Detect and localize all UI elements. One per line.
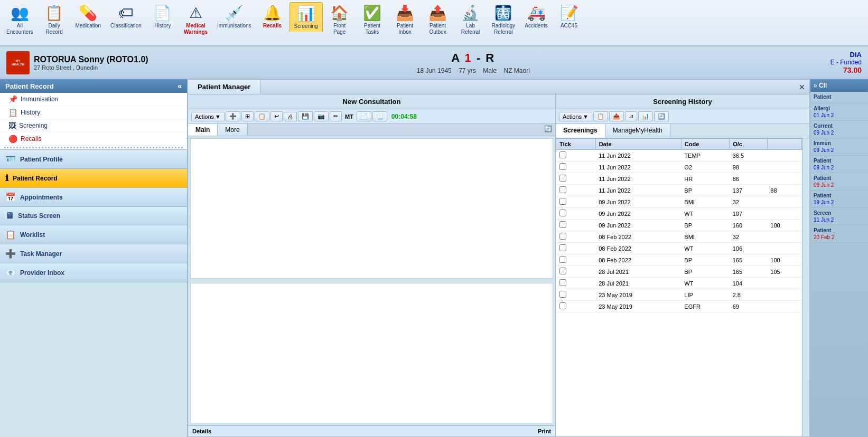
toolbar-item-medication[interactable]: 💊Medication [71,2,105,31]
toolbar-item-screening[interactable]: 📊Screening [290,2,323,32]
actions-dropdown-button[interactable]: Actions ▼ [191,112,225,121]
tree-item-immunisation[interactable]: 📌 Immunisation [0,93,187,106]
cell-tick[interactable] [556,208,596,220]
table-row[interactable]: 08 Feb 2022 BP 165 100 [556,254,802,266]
nc-text-area-top[interactable] [190,138,553,279]
rp-value[interactable]: 09 Jun 2 [814,147,865,153]
table-row[interactable]: 08 Feb 2022 BMI 32 [556,231,802,243]
nc-save-button[interactable]: 💾 [298,111,313,121]
nav-item-appointments[interactable]: 📅 Appointments [0,188,187,207]
table-row[interactable]: 23 May 2019 LIP 2.8 [556,289,802,301]
cell-tick[interactable] [556,173,596,185]
rp-value[interactable]: 11 Jun 2 [814,217,865,223]
table-row[interactable]: 08 Feb 2022 WT 106 [556,243,802,254]
nc-add-button[interactable]: ➕ [226,111,240,121]
table-row[interactable]: 09 Jun 2022 BMI 32 [556,196,802,208]
sh-tab-managemyhealth[interactable]: ManageMyHealth [605,124,670,138]
toolbar-item-patient-tasks[interactable]: ✅PatientTasks [357,2,388,37]
nc-copy-button[interactable]: 📋 [255,111,269,121]
toolbar-item-radiology-referral[interactable]: 🩻RadiologyReferral [488,2,519,37]
sh-chart-button[interactable]: 📊 [638,111,653,121]
table-row[interactable]: 11 Jun 2022 O2 98 [556,162,802,173]
table-row[interactable]: 09 Jun 2022 BP 160 100 [556,220,802,231]
nc-tab-more[interactable]: More [218,124,247,136]
rp-value[interactable]: 19 Jun 2 [814,200,865,205]
tree-item-history[interactable]: 📋 History [0,106,187,119]
nc-doc-button[interactable]: 📃 [372,111,387,121]
toolbar-item-all-encounters[interactable]: 👥AllEncounters [2,2,38,37]
cell-tick[interactable] [556,196,596,208]
toolbar-item-patient-outbox[interactable]: 📤PatientOutbox [422,2,454,37]
table-row[interactable]: 11 Jun 2022 BP 137 88 [556,185,802,196]
toolbar-item-immunisations[interactable]: 💉Immunisations [213,2,255,31]
toolbar-item-acc45[interactable]: 📝ACC45 [553,2,585,31]
tree-item-recalls[interactable]: 🔴 Recalls [0,132,187,146]
tree-icon: 📋 [8,108,17,117]
sh-filter-button[interactable]: ⊿ [625,111,637,121]
patient-manager-tab[interactable]: Patient Manager [188,80,260,94]
nav-item-task-manager[interactable]: ➕ Task Manager [0,244,187,263]
sh-actions-dropdown-button[interactable]: Actions ▼ [559,112,592,121]
nav-item-patient-record[interactable]: ℹ Patient Record [0,169,187,188]
table-row[interactable]: 23 May 2019 EGFR 69 [556,301,802,312]
toolbar-item-medical-warnings[interactable]: ⚠MedicalWarnings [180,2,212,37]
tree-item-screening[interactable]: 🖼 Screening [0,119,187,132]
cell-tick[interactable] [556,266,596,278]
cell-tick[interactable] [556,289,596,301]
table-row[interactable]: 28 Jul 2021 WT 104 [556,278,802,289]
rp-value[interactable]: 20 Feb 2 [814,234,865,240]
cell-code: BP [681,266,729,278]
table-row[interactable]: 09 Jun 2022 WT 107 [556,208,802,220]
nav-item-patient-profile[interactable]: 🪪 Patient Profile [0,150,187,169]
sh-export-button[interactable]: 📤 [609,111,624,121]
table-row[interactable]: 11 Jun 2022 HR 86 [556,173,802,185]
nc-edit-button[interactable]: ✏ [330,111,342,121]
nc-print-button[interactable]: 🖨 [284,112,297,121]
cell-date: 23 May 2019 [595,301,681,312]
cell-tick[interactable] [556,162,596,173]
toolbar-item-accidents[interactable]: 🚑Accidents [520,2,552,31]
nc-grid-button[interactable]: ⊞ [241,111,254,121]
toolbar-item-front-page[interactable]: 🏠FrontPage [324,2,356,37]
rp-value[interactable]: 09 Jun 2 [814,165,865,170]
nc-mt-button[interactable]: 📄 [357,111,371,121]
toolbar-item-lab-referral[interactable]: 🔬LabReferral [455,2,487,37]
toolbar-item-classification[interactable]: 🏷Classification [106,2,146,31]
sh-refresh-button[interactable]: 🔄 [654,111,669,121]
nc-back-button[interactable]: ↩ [270,111,283,121]
daily-record-label: DailyRecord [45,23,62,35]
nc-tab-main[interactable]: Main [188,124,218,136]
cell-tick[interactable] [556,231,596,243]
medical-warnings-label: MedicalWarnings [184,23,208,35]
cell-tick[interactable] [556,278,596,289]
toolbar-item-history[interactable]: 📄History [147,2,179,31]
cell-tick[interactable] [556,301,596,312]
sh-add-button[interactable]: 📋 [593,111,608,121]
sh-tab-screenings[interactable]: Screenings [556,124,605,138]
nc-details-label: Details [192,428,211,434]
toolbar-item-recalls[interactable]: 🔔Recalls [257,2,288,31]
cell-tick[interactable] [556,220,596,231]
table-row[interactable]: 28 Jul 2021 BP 165 105 [556,266,802,278]
cell-tick[interactable] [556,185,596,196]
nav-item-worklist[interactable]: 📋 Worklist [0,225,187,244]
sh-scrollbar[interactable] [802,138,809,436]
nav-item-provider-inbox[interactable]: 📧 Provider Inbox [0,263,187,282]
nc-text-area-bottom[interactable] [190,283,553,423]
sidebar-collapse-button[interactable]: « [178,82,182,90]
cell-tick[interactable] [556,150,596,162]
toolbar-item-daily-record[interactable]: 📋DailyRecord [39,2,70,37]
cell-tick[interactable] [556,254,596,266]
rp-value[interactable]: 09 Jun 2 [814,182,865,188]
nc-photo-button[interactable]: 📷 [314,111,329,121]
patient-manager-close-button[interactable]: ✕ [795,81,809,93]
table-row[interactable]: 11 Jun 2022 TEMP 36.5 [556,150,802,162]
nav-item-status-screen[interactable]: 🖥 Status Screen [0,207,187,225]
cell-tick[interactable] [556,243,596,254]
rp-value[interactable]: 01 Jun 2 [814,112,865,118]
toolbar-item-patient-inbox[interactable]: 📥PatientInbox [389,2,421,37]
nc-print-label[interactable]: Print [538,428,551,434]
rp-value[interactable]: 09 Jun 2 [814,130,865,136]
immunisations-label: Immunisations [217,23,251,29]
nc-refresh-button[interactable]: 🔄 [541,124,555,136]
